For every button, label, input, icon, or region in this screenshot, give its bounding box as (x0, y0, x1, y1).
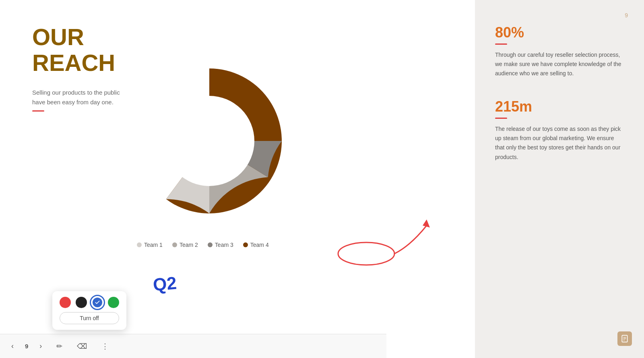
donut-hole2 (164, 96, 254, 186)
color-dot-black[interactable] (76, 297, 87, 308)
stat-underline-1 (495, 43, 507, 45)
stat-underline-2 (495, 118, 507, 119)
color-dot-red[interactable] (60, 297, 71, 308)
legend-dot-team1 (137, 242, 142, 247)
chart-legend: Team 1 Team 2 Team 3 Team 4 (137, 242, 269, 248)
pen-button[interactable]: ✏ (53, 340, 66, 352)
document-icon (621, 335, 629, 343)
page-number-top: 9 (625, 12, 628, 19)
slide-area: OUR REACH Selling our products to the pu… (0, 0, 475, 358)
prev-button[interactable]: ‹ (8, 340, 17, 352)
legend-label-team1: Team 1 (144, 242, 163, 248)
q2-annotation: Q2 (152, 273, 178, 295)
color-dots-row (60, 297, 119, 308)
legend-team3: Team 3 (208, 242, 233, 248)
legend-dot-team4 (243, 242, 248, 247)
stat-block-1: 80% Through our careful toy reseller sel… (495, 24, 624, 78)
more-button[interactable]: ⋮ (98, 340, 112, 352)
checkmark-icon (95, 300, 100, 305)
next-button[interactable]: › (36, 340, 45, 352)
stat-description-1: Through our careful toy reseller selecti… (495, 50, 624, 78)
legend-dot-team3 (208, 242, 213, 247)
main-container: OUR REACH Selling our products to the pu… (0, 0, 644, 358)
title-line1: OUR (32, 24, 451, 50)
stat-description-2: The release of our toys come as soon as … (495, 124, 624, 161)
description-text: Selling our products to the public have … (32, 89, 120, 106)
stat-block-2: 215m The release of our toys come as soo… (495, 98, 624, 161)
color-dot-green[interactable] (108, 297, 119, 308)
page-icon-bottom (617, 331, 632, 346)
description-underline (32, 110, 44, 112)
legend-label-team3: Team 3 (215, 242, 233, 248)
bottom-toolbar: ‹ 9 › ✏ ⌫ ⋮ (0, 334, 386, 358)
legend-team4: Team 4 (243, 242, 269, 248)
annotation-arrow-path (394, 226, 427, 254)
legend-team1: Team 1 (137, 242, 163, 248)
stat-value-2: 215m (495, 98, 624, 115)
turn-off-button[interactable]: Turn off (60, 312, 119, 324)
stat-value-1: 80% (495, 24, 624, 41)
team4-circle (338, 242, 394, 265)
color-dot-blue[interactable] (92, 297, 103, 308)
legend-dot-team2 (172, 242, 177, 247)
legend-team2: Team 2 (172, 242, 198, 248)
page-indicator: 9 (25, 343, 28, 350)
slide-description: Selling our products to the public have … (32, 88, 121, 112)
legend-label-team4: Team 4 (250, 242, 269, 248)
color-picker: Turn off (52, 291, 126, 330)
chart-container (129, 60, 290, 230)
page-number: 9 (25, 343, 28, 350)
donut-chart (129, 60, 290, 221)
eraser-button[interactable]: ⌫ (74, 340, 90, 352)
legend-label-team2: Team 2 (180, 242, 198, 248)
right-panel: 9 80% Through our careful toy reseller s… (475, 0, 644, 358)
annotation-arrowhead (423, 219, 430, 228)
